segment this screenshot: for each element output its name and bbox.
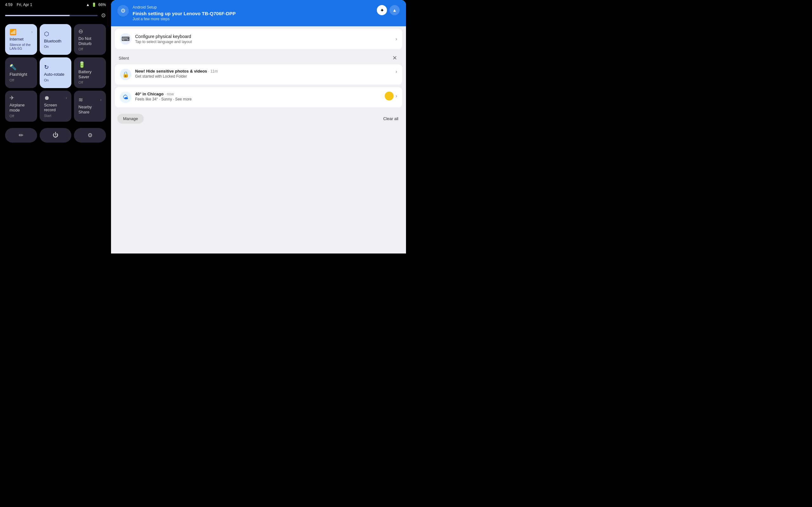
batterysaver-title: Battery Saver xyxy=(78,69,101,79)
tile-bluetooth[interactable]: ⬡ Bluetooth On xyxy=(40,24,72,55)
flashlight-subtitle: Off xyxy=(9,78,33,82)
time-display: 4:59 xyxy=(5,3,12,7)
internet-icon: 📶 xyxy=(9,29,16,36)
battery-icon: 🔋 xyxy=(92,3,96,7)
edit-icon: ✏ xyxy=(19,132,23,139)
brightness-slider[interactable] xyxy=(5,15,98,16)
batterysaver-icon: 🔋 xyxy=(78,61,85,68)
autorotate-subtitle: On xyxy=(44,78,67,82)
photos-notif-right: › xyxy=(396,69,397,74)
notification-photos[interactable]: 🔒 New! Hide sensitive photos & videos · … xyxy=(115,64,402,84)
internet-chevron-icon: › xyxy=(32,30,33,34)
donotdisturb-subtitle: Off xyxy=(78,47,101,51)
bluetooth-subtitle: On xyxy=(44,45,67,49)
tile-flashlight[interactable]: 🔦 Flashlight Off xyxy=(5,57,37,88)
weather-chevron-icon: › xyxy=(396,93,397,99)
bluetooth-title: Bluetooth xyxy=(44,39,67,44)
keyboard-config-subtitle: Tap to select language and layout xyxy=(135,40,392,44)
configure-keyboard-card[interactable]: ⌨ Configure physical keyboard Tap to sel… xyxy=(115,29,402,49)
collapse-button[interactable]: ▲ xyxy=(390,5,400,15)
power-button[interactable]: ⏻ xyxy=(40,128,72,143)
nearbyshare-chevron-icon: › xyxy=(100,98,101,102)
weather-notif-right: › xyxy=(385,92,397,101)
photos-notif-title: New! Hide sensitive photos & videos · 11… xyxy=(135,69,392,73)
clear-all-button[interactable]: Clear all xyxy=(382,114,400,124)
tile-donotdisturb[interactable]: ⊖ Do Not Disturb Off xyxy=(74,24,106,55)
notifications-panel: ⚙ Android Setup Finish setting up your L… xyxy=(111,0,406,253)
notification-bottom-bar: Manage Clear all xyxy=(111,110,406,127)
setup-actions: ✦ ▲ xyxy=(377,5,400,15)
keyboard-config-text: Configure physical keyboard Tap to selec… xyxy=(135,34,392,44)
tile-internet[interactable]: 📶 › Internet Silence of the LAN-5G xyxy=(5,24,37,55)
flashlight-icon: 🔦 xyxy=(9,64,16,71)
screenrecord-title: Screen record xyxy=(44,103,67,112)
manage-button[interactable]: Manage xyxy=(117,114,144,124)
internet-title: Internet xyxy=(9,37,33,42)
setup-title: Finish setting up your Lenovo TB-Q706F-D… xyxy=(133,11,236,16)
setup-text: Android Setup Finish setting up your Len… xyxy=(133,5,236,21)
tile-autorotate[interactable]: ↻ Auto-rotate On xyxy=(40,57,72,88)
settings-button[interactable]: ⚙ xyxy=(74,128,106,143)
silent-section-header: Silent ✕ xyxy=(111,52,406,63)
brightness-fill xyxy=(5,15,70,16)
tile-batterysaver[interactable]: 🔋 Battery Saver Off xyxy=(74,57,106,88)
weather-notif-icon: 🌤 xyxy=(120,92,131,103)
airplanemode-title: Airplane mode xyxy=(9,103,33,112)
weather-notif-text: 40° in Chicago · now Feels like 34° · Su… xyxy=(135,92,381,101)
weather-notif-title: 40° in Chicago · now xyxy=(135,92,381,96)
nearbyshare-title: Nearby Share xyxy=(78,105,101,114)
wifi-icon: ▲ xyxy=(86,3,90,7)
android-setup-card[interactable]: ⚙ Android Setup Finish setting up your L… xyxy=(111,0,406,26)
setup-subtitle: Just a few more steps xyxy=(133,17,236,21)
date-display: Fri, Apr 1 xyxy=(17,3,32,7)
status-icons: ▲ 🔋 66% xyxy=(86,3,106,7)
autorotate-icon: ↻ xyxy=(44,64,49,71)
brightness-settings-icon[interactable]: ⚙ xyxy=(101,12,106,19)
autorotate-title: Auto-rotate xyxy=(44,72,67,77)
magic-wand-button[interactable]: ✦ xyxy=(377,5,387,15)
keyboard-chevron-icon: › xyxy=(396,36,397,42)
tile-nearbyshare[interactable]: ≋ › Nearby Share xyxy=(74,91,106,121)
keyboard-icon: ⌨ xyxy=(120,33,131,45)
keyboard-config-title: Configure physical keyboard xyxy=(135,34,392,39)
donotdisturb-icon: ⊖ xyxy=(78,28,83,35)
bluetooth-icon: ⬡ xyxy=(44,31,49,38)
status-bar: 4:59 Fri, Apr 1 ▲ 🔋 66% xyxy=(0,0,111,9)
airplanemode-icon: ✈ xyxy=(9,95,14,101)
settings-icon: ⚙ xyxy=(88,132,93,139)
silent-close-button[interactable]: ✕ xyxy=(391,54,398,62)
batterysaver-subtitle: Off xyxy=(78,80,101,84)
quick-tiles-grid: 📶 › Internet Silence of the LAN-5G ⬡ Blu… xyxy=(0,21,111,124)
status-time: 4:59 Fri, Apr 1 xyxy=(5,3,32,7)
nearbyshare-icon: ≋ xyxy=(78,96,83,103)
bottom-actions-row: ✏ ⏻ ⚙ xyxy=(0,125,111,145)
setup-app-name: Android Setup xyxy=(133,5,236,9)
photos-notif-icon: 🔒 xyxy=(120,69,131,80)
screenrecord-chevron-icon: › xyxy=(66,96,67,100)
photos-notif-text: New! Hide sensitive photos & videos · 11… xyxy=(135,69,392,78)
brightness-row: ⚙ xyxy=(0,9,111,21)
screenrecord-icon: ⏺ xyxy=(44,95,50,101)
edit-button[interactable]: ✏ xyxy=(5,128,37,143)
photos-body: Get started with Locked Folder xyxy=(135,74,392,78)
weather-time: now xyxy=(167,92,174,96)
tile-airplanemode[interactable]: ✈ Airplane mode Off xyxy=(5,91,37,121)
tile-screenrecord[interactable]: ⏺ › Screen record Start xyxy=(40,91,72,121)
flashlight-title: Flashlight xyxy=(9,72,33,77)
notification-weather[interactable]: 🌤 40° in Chicago · now Feels like 34° · … xyxy=(115,87,402,107)
photos-title-bold: New! Hide sensitive photos & videos xyxy=(135,69,207,73)
weather-sun-icon xyxy=(385,92,394,101)
silent-label: Silent xyxy=(119,56,129,60)
airplanemode-subtitle: Off xyxy=(9,114,33,118)
quick-settings-panel: 4:59 Fri, Apr 1 ▲ 🔋 66% ⚙ 📶 › Internet S… xyxy=(0,0,111,253)
photos-chevron-icon: › xyxy=(396,69,397,74)
photos-time: 11m xyxy=(210,69,217,73)
internet-subtitle: Silence of the LAN-5G xyxy=(9,43,33,50)
weather-title-bold: 40° in Chicago xyxy=(135,92,164,96)
donotdisturb-title: Do Not Disturb xyxy=(78,36,101,46)
battery-percent: 66% xyxy=(98,3,106,7)
setup-card-content: ⚙ Android Setup Finish setting up your L… xyxy=(117,5,377,21)
screenrecord-subtitle: Start xyxy=(44,114,67,118)
power-icon: ⏻ xyxy=(53,132,58,138)
weather-body: Feels like 34° · Sunny · See more xyxy=(135,97,381,101)
